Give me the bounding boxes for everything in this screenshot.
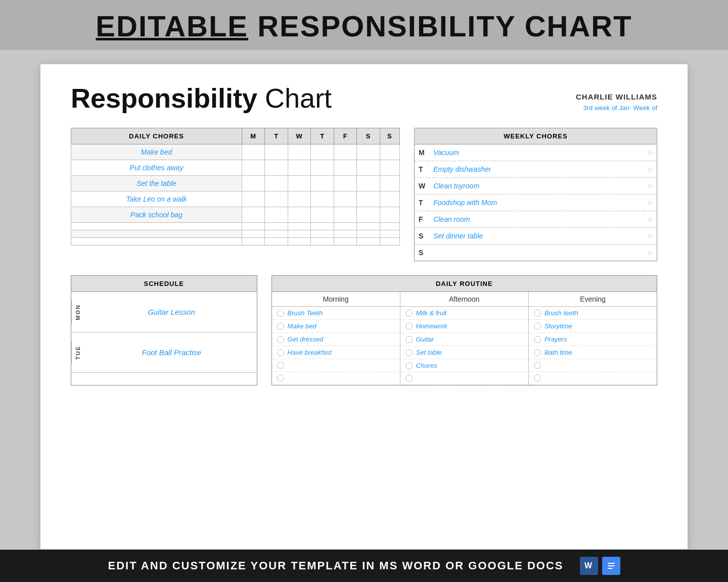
- weekly-task-6: [429, 245, 643, 261]
- chore-6-day-5: [357, 230, 380, 238]
- chore-7-day-2: [288, 238, 310, 246]
- document: Responsibility Chart CHARLIE WILLIAMS 3r…: [40, 64, 688, 549]
- title-bold: Responsibility: [71, 83, 257, 113]
- chore-0-day-3: [311, 144, 334, 160]
- chore-5-day-4: [334, 223, 356, 230]
- chore-5-day-1: [265, 223, 288, 230]
- chore-0-day-0: [242, 144, 264, 160]
- chore-5-day-6: [380, 223, 399, 230]
- routine-circle-1: [277, 323, 284, 330]
- routine-item-4: [272, 359, 400, 372]
- routine-circle-4: [277, 362, 284, 369]
- schedule-content-1: Foot Ball Practise: [86, 344, 257, 361]
- chore-7-day-5: [357, 238, 380, 246]
- weekly-check-0: ○: [643, 144, 657, 161]
- routine-circle-2: [405, 336, 413, 343]
- weekly-task-5: Set dinner table: [429, 228, 643, 245]
- routine-text-4: Chores: [416, 362, 437, 369]
- routine-circle-1: [534, 323, 541, 330]
- chore-2-day-5: [357, 176, 380, 191]
- word-icon: W: [580, 557, 598, 575]
- doc-meta: CHARLIE WILLIAMS 3rd week of Jan Week of: [576, 91, 657, 114]
- doc-title: Responsibility Chart: [71, 82, 332, 114]
- routine-item-0: Milk & fruit: [400, 307, 528, 320]
- routine-item-3: Set table: [400, 346, 528, 359]
- weekly-check-4: ○: [643, 211, 657, 228]
- main-title: EDITABLE RESPONSIBILITY CHART: [0, 9, 728, 43]
- routine-item-5: [400, 372, 528, 385]
- weekly-row-2: WClean toyroom○: [414, 178, 657, 195]
- chore-6-day-4: [334, 230, 356, 238]
- afternoon-label: Afternoon: [400, 292, 528, 307]
- day-w: W: [288, 128, 310, 144]
- routine-circle-5: [405, 375, 413, 382]
- footer-icons: W: [580, 557, 620, 575]
- chore-name-2: Set the table: [71, 176, 242, 191]
- morning-col: Morning Brush TeethMake bedGet dressedHa…: [272, 292, 400, 385]
- chore-name-6: [71, 230, 242, 238]
- chore-name-4: Pack school bag: [71, 207, 242, 223]
- weekly-row-1: TEmpty dishwasher○: [414, 161, 657, 178]
- chore-1-day-4: [334, 160, 356, 176]
- daily-chores-table: DAILY CHORES M T W T F S S Make bedPut c…: [71, 128, 400, 246]
- chore-4-day-5: [357, 207, 380, 223]
- chore-1-day-5: [357, 160, 380, 176]
- routine-text-3: Set table: [416, 349, 442, 356]
- routine-text-0: Milk & fruit: [416, 309, 447, 317]
- chore-6-day-6: [380, 230, 399, 238]
- routine-text-1: Storytime: [544, 322, 572, 330]
- routine-text-1: Homework: [416, 322, 447, 330]
- chore-6-day-0: [242, 230, 264, 238]
- chore-name-7: [71, 238, 242, 246]
- chore-0-day-2: [288, 144, 310, 160]
- chore-7-day-1: [265, 238, 288, 246]
- weekly-day-5: S: [414, 228, 429, 245]
- evening-label: Evening: [529, 292, 657, 307]
- routine-circle-0: [534, 310, 541, 317]
- routine-item-3: Bath time: [529, 346, 657, 359]
- weekly-chores-table: WEEKLY CHORES MVacuum○TEmpty dishwasher○…: [414, 128, 657, 261]
- page-header: EDITABLE RESPONSIBILITY CHART: [0, 0, 728, 50]
- chore-1-day-3: [311, 160, 334, 176]
- chore-3-day-1: [265, 191, 288, 207]
- routine-item-0: Brush teeth: [529, 307, 657, 320]
- chore-2-day-2: [288, 176, 310, 191]
- chore-name-5: [71, 223, 242, 230]
- weekly-chores-section: WEEKLY CHORES MVacuum○TEmpty dishwasher○…: [414, 128, 657, 261]
- chore-4-day-3: [311, 207, 334, 223]
- doc-header: Responsibility Chart CHARLIE WILLIAMS 3r…: [71, 82, 657, 114]
- routine-item-5: [272, 372, 400, 384]
- routine-circle-4: [405, 362, 413, 369]
- chore-4-day-4: [334, 207, 356, 223]
- routine-circle-1: [405, 323, 413, 330]
- chore-1-day-2: [288, 160, 310, 176]
- routine-text-2: Get dressed: [288, 335, 324, 343]
- routine-text-2: Prayers: [544, 335, 567, 343]
- weekly-task-3: Foodshop with Mom: [429, 195, 643, 211]
- weekly-check-5: ○: [643, 228, 657, 245]
- morning-label: Morning: [272, 292, 400, 307]
- chore-2-day-1: [265, 176, 288, 191]
- tables-row: DAILY CHORES M T W T F S S Make bedPut c…: [71, 128, 657, 261]
- day-m: M: [242, 128, 264, 144]
- chore-6-day-2: [288, 230, 310, 238]
- routine-item-1: Homework: [400, 320, 528, 333]
- chore-2-day-0: [242, 176, 264, 191]
- routine-text-3: Have breakfast: [288, 349, 332, 356]
- chore-0-day-6: [380, 144, 399, 160]
- routine-circle-3: [534, 349, 541, 356]
- week-label: 3rd week of Jan: [583, 104, 630, 112]
- routine-item-2: Get dressed: [272, 333, 400, 346]
- schedule-day-0: MON: [71, 300, 86, 324]
- daily-chores-header: DAILY CHORES: [71, 128, 242, 144]
- weekly-row-0: MVacuum○: [414, 144, 657, 161]
- chore-2-day-3: [311, 176, 334, 191]
- routine-text-0: Brush Teeth: [288, 309, 323, 317]
- day-f: F: [334, 128, 356, 144]
- routine-circle-0: [277, 310, 284, 317]
- routine-item-4: [529, 359, 657, 372]
- title-rest: RESPONSIBILITY CHART: [248, 10, 632, 42]
- schedule-content-0: Guitar Lesson: [86, 304, 257, 320]
- weekly-check-6: ○: [643, 245, 657, 261]
- weekly-row-4: FClean room○: [414, 211, 657, 228]
